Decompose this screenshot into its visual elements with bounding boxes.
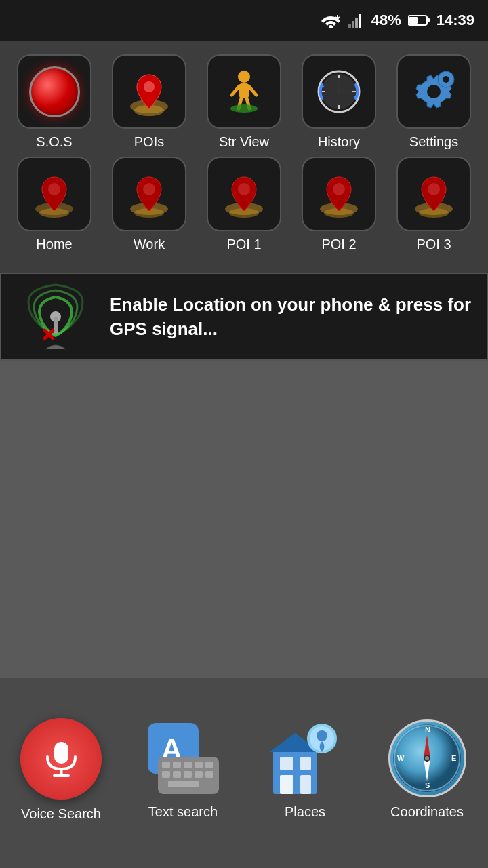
work-icon: [122, 167, 176, 221]
settings-button[interactable]: Settings: [393, 54, 474, 150]
main-area: [0, 361, 488, 652]
svg-line-13: [232, 86, 239, 95]
settings-label: Settings: [409, 134, 458, 150]
gps-message: Enable Location on your phone & press fo…: [110, 292, 476, 342]
svg-rect-62: [162, 771, 170, 778]
voice-search-label: Voice Search: [21, 806, 101, 822]
svg-rect-57: [162, 762, 170, 768]
strview-icon: [217, 64, 271, 119]
places-button[interactable]: Places: [251, 719, 359, 820]
pois-icon: [122, 64, 176, 119]
svg-rect-66: [205, 771, 214, 778]
svg-rect-60: [195, 762, 203, 768]
poi2-label: POI 2: [321, 237, 356, 252]
voice-search-icon-bg: [20, 718, 102, 800]
poi2-button[interactable]: POI 2: [298, 157, 380, 252]
history-label: History: [318, 134, 360, 150]
svg-rect-69: [280, 757, 293, 770]
text-search-button[interactable]: A Text search: [129, 719, 237, 820]
status-icons: 48% 14:39: [320, 12, 474, 29]
gps-signal-icon: [12, 279, 100, 354]
svg-point-40: [238, 183, 250, 195]
svg-point-43: [333, 183, 345, 195]
grid-row-2: Home Work: [7, 157, 481, 252]
voice-search-button[interactable]: Voice Search: [7, 718, 115, 822]
svg-rect-61: [205, 762, 214, 768]
strview-button[interactable]: Str View: [203, 54, 285, 150]
poi2-icon: [312, 167, 366, 221]
svg-rect-71: [280, 775, 293, 794]
text-search-label: Text search: [148, 804, 218, 820]
svg-text:E: E: [451, 754, 456, 762]
svg-point-0: [329, 25, 333, 28]
status-bar: 48% 14:39: [0, 0, 488, 41]
clock: 14:39: [436, 12, 474, 29]
grid-row-1: S.O.S POIs: [7, 54, 481, 150]
history-button[interactable]: History: [298, 54, 380, 150]
svg-point-11: [238, 71, 250, 83]
svg-rect-59: [184, 762, 192, 768]
poi3-icon: [407, 167, 461, 221]
svg-rect-3: [355, 18, 358, 28]
home-button[interactable]: Home: [14, 157, 95, 252]
svg-rect-63: [173, 771, 181, 778]
svg-rect-64: [184, 771, 192, 778]
signal-icon: [348, 12, 365, 28]
history-icon: [312, 64, 366, 119]
svg-rect-58: [173, 762, 181, 768]
compass-svg: N S W E: [392, 723, 463, 794]
svg-point-26: [337, 90, 341, 94]
signal-waves-icon: [15, 281, 96, 353]
svg-point-31: [443, 76, 449, 83]
svg-point-34: [48, 183, 60, 195]
coordinates-button[interactable]: N S W E Coordinates: [373, 719, 481, 820]
pois-label: POIs: [134, 134, 164, 150]
svg-text:W: W: [397, 754, 405, 762]
sos-label: S.O.S: [36, 134, 72, 150]
svg-rect-4: [359, 14, 361, 28]
svg-point-46: [428, 183, 440, 195]
app-grid: S.O.S POIs: [0, 41, 488, 273]
svg-point-17: [230, 104, 258, 113]
pois-button[interactable]: POIs: [108, 54, 190, 150]
work-button[interactable]: Work: [108, 157, 190, 252]
poi1-button[interactable]: POI 1: [203, 157, 285, 252]
svg-point-86: [425, 756, 429, 760]
sos-button[interactable]: S.O.S: [14, 54, 95, 150]
svg-text:N: N: [425, 726, 430, 734]
battery-icon: [408, 14, 430, 26]
svg-point-10: [144, 81, 155, 92]
sos-icon: [29, 66, 80, 117]
compass-icon: N S W E: [388, 719, 466, 797]
svg-rect-67: [168, 781, 199, 787]
home-icon: [27, 167, 81, 221]
text-search-icon: A: [144, 719, 222, 797]
svg-point-37: [143, 183, 155, 195]
places-label: Places: [285, 804, 325, 820]
svg-rect-2: [352, 21, 354, 28]
svg-rect-6: [409, 17, 418, 24]
microphone-icon: [39, 736, 83, 781]
svg-line-14: [249, 86, 256, 95]
home-label: Home: [36, 237, 72, 252]
settings-icon: [407, 64, 461, 119]
places-icon: [266, 719, 344, 797]
strview-label: Str View: [219, 134, 269, 150]
coordinates-label: Coordinates: [390, 804, 464, 820]
bottom-bar: Voice Search A Text search: [0, 678, 488, 868]
svg-rect-1: [348, 24, 351, 28]
svg-rect-70: [300, 757, 311, 770]
work-label: Work: [134, 237, 165, 252]
poi3-label: POI 3: [416, 237, 451, 252]
svg-rect-65: [195, 771, 203, 778]
svg-point-76: [317, 730, 327, 741]
svg-rect-7: [427, 18, 430, 22]
svg-point-29: [427, 85, 441, 98]
poi1-icon: [217, 167, 271, 221]
svg-rect-72: [300, 775, 311, 794]
battery-percent: 48%: [371, 12, 401, 29]
gps-banner[interactable]: Enable Location on your phone & press fo…: [0, 273, 488, 361]
poi1-label: POI 1: [226, 237, 261, 252]
poi3-button[interactable]: POI 3: [393, 157, 474, 252]
svg-rect-51: [54, 742, 68, 764]
